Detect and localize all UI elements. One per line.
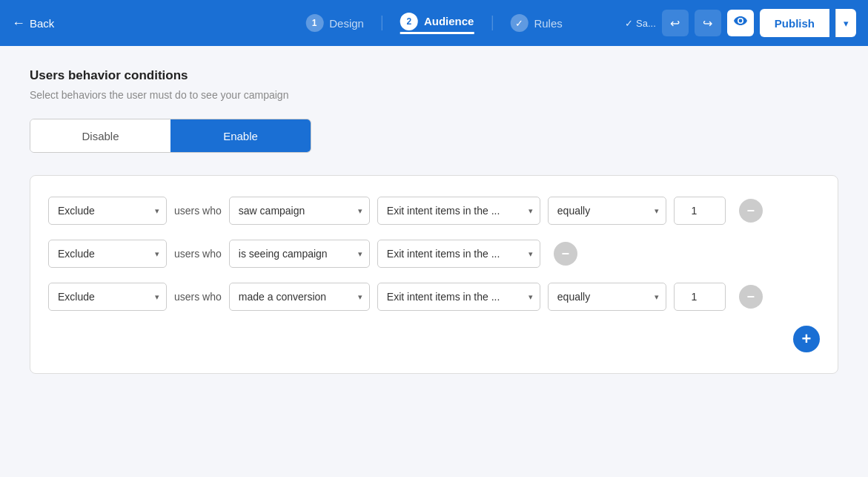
remove-button-2[interactable]: − <box>554 242 577 266</box>
campaign-select-1[interactable]: Exit intent items in the ... <box>377 197 540 225</box>
action-select-wrapper-3: made a conversion saw campaign is seeing… <box>229 283 370 311</box>
disable-button[interactable]: Disable <box>30 119 170 152</box>
step-divider-1 <box>382 16 382 30</box>
plus-icon: + <box>802 329 812 349</box>
minus-icon-2: − <box>562 246 570 262</box>
step-audience[interactable]: 2 Audience <box>400 13 474 34</box>
remove-button-1[interactable]: − <box>739 199 763 223</box>
users-who-label-2: users who <box>174 248 222 260</box>
minus-icon-3: − <box>747 289 755 305</box>
redo-icon: ↪ <box>703 16 712 30</box>
value-input-3[interactable] <box>674 283 726 311</box>
campaign-select-wrapper-2: Exit intent items in the ... ▾ <box>377 240 540 268</box>
filter-select-3[interactable]: Exclude Include <box>48 283 167 311</box>
step-rules-label: Rules <box>534 17 562 30</box>
minus-icon-1: − <box>747 203 755 219</box>
value-input-1[interactable] <box>674 197 726 225</box>
main-content: Users behavior conditions Select behavio… <box>0 46 868 477</box>
toggle-group: Disable Enable <box>30 119 311 153</box>
step-rules[interactable]: ✓ Rules <box>510 14 562 32</box>
back-button[interactable]: ← Back <box>12 16 54 31</box>
filter-select-wrapper-1: Exclude Include ▾ <box>48 197 167 225</box>
publish-dropdown-button[interactable]: ▾ <box>835 9 856 37</box>
campaign-select-wrapper-3: Exit intent items in the ... ▾ <box>377 283 540 311</box>
operator-select-3[interactable]: equally more than less than <box>548 283 666 311</box>
redo-button[interactable]: ↪ <box>695 10 721 36</box>
check-icon: ✓ <box>625 18 633 29</box>
step-design[interactable]: 1 Design <box>305 14 364 32</box>
preview-button[interactable] <box>727 10 754 36</box>
action-select-wrapper-1: saw campaign is seeing campaign made a c… <box>229 197 370 225</box>
section-subtitle: Select behaviors the user must do to see… <box>30 89 838 101</box>
step-design-label: Design <box>329 17 364 30</box>
action-select-1[interactable]: saw campaign is seeing campaign made a c… <box>229 197 370 225</box>
saved-status: ✓ Sa... <box>625 18 656 29</box>
action-select-2[interactable]: is seeing campaign saw campaign made a c… <box>229 240 370 268</box>
undo-button[interactable]: ↩ <box>662 10 689 36</box>
section-title: Users behavior conditions <box>30 68 838 83</box>
condition-row-2: Exclude Include ▾ users who is seeing ca… <box>48 240 820 268</box>
step-design-num: 1 <box>305 14 323 32</box>
users-who-label-3: users who <box>174 291 222 303</box>
conditions-box: Exclude Include ▾ users who saw campaign… <box>30 175 838 374</box>
chevron-down-icon: ▾ <box>844 18 849 29</box>
step-audience-num: 2 <box>400 13 418 30</box>
header-right: ✓ Sa... ↩ ↪ Publish ▾ <box>625 9 856 37</box>
users-who-label-1: users who <box>174 205 222 217</box>
header: ← Back 1 Design 2 Audience ✓ Rules ✓ Sa.… <box>0 0 868 46</box>
operator-select-1[interactable]: equally more than less than <box>548 197 666 225</box>
campaign-select-2[interactable]: Exit intent items in the ... <box>377 240 540 268</box>
back-arrow-icon: ← <box>12 16 25 31</box>
undo-icon: ↩ <box>670 16 680 30</box>
add-row: + <box>48 326 820 352</box>
step-audience-label: Audience <box>424 15 474 27</box>
eye-icon <box>734 16 747 30</box>
publish-button[interactable]: Publish <box>760 9 829 37</box>
filter-select-2[interactable]: Exclude Include <box>48 240 167 268</box>
step-rules-check-icon: ✓ <box>510 14 528 32</box>
step-nav: 1 Design 2 Audience ✓ Rules <box>305 13 563 34</box>
operator-select-wrapper-1: equally more than less than ▾ <box>548 197 666 225</box>
action-select-3[interactable]: made a conversion saw campaign is seeing… <box>229 283 370 311</box>
back-label: Back <box>30 17 54 30</box>
add-condition-button[interactable]: + <box>793 326 820 352</box>
filter-select-1[interactable]: Exclude Include <box>48 197 167 225</box>
condition-row-3: Exclude Include ▾ users who made a conve… <box>48 283 820 311</box>
campaign-select-3[interactable]: Exit intent items in the ... <box>377 283 540 311</box>
condition-row: Exclude Include ▾ users who saw campaign… <box>48 197 820 225</box>
enable-button[interactable]: Enable <box>170 119 311 152</box>
operator-select-wrapper-3: equally more than less than ▾ <box>548 283 666 311</box>
campaign-select-wrapper-1: Exit intent items in the ... ▾ <box>377 197 540 225</box>
filter-select-wrapper-2: Exclude Include ▾ <box>48 240 167 268</box>
action-select-wrapper-2: is seeing campaign saw campaign made a c… <box>229 240 370 268</box>
saved-label: Sa... <box>636 18 656 29</box>
filter-select-wrapper-3: Exclude Include ▾ <box>48 283 167 311</box>
step-divider-2 <box>491 16 492 30</box>
remove-button-3[interactable]: − <box>739 285 763 309</box>
